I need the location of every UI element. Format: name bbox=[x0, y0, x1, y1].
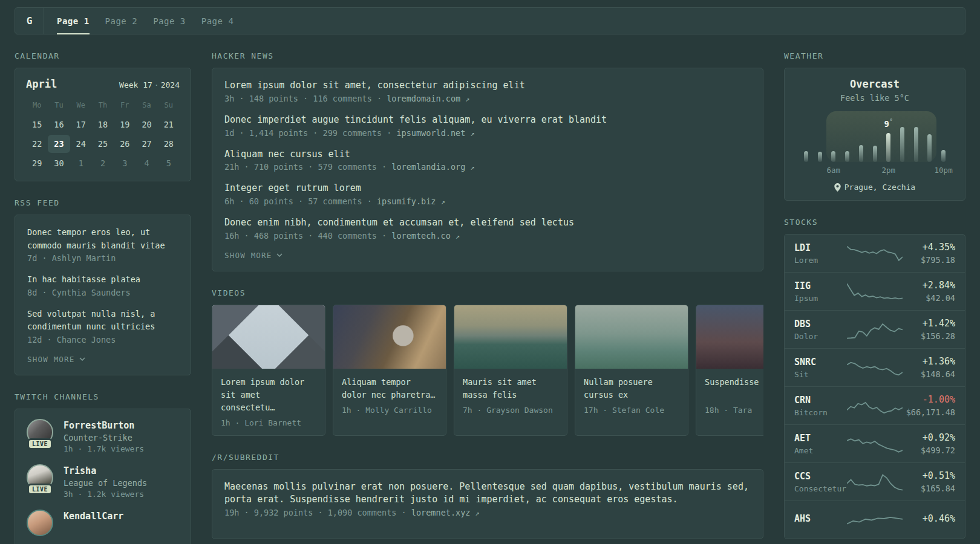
weather-widget: Overcast Feels like 5°C 9° 6am2pm10pm Pr… bbox=[784, 68, 965, 201]
stock-change: +2.84% bbox=[903, 280, 955, 291]
stock-symbol[interactable]: CRN bbox=[794, 395, 847, 406]
hn-item-title[interactable]: Lorem ipsum dolor sit amet, consectetur … bbox=[224, 79, 751, 92]
twitch-channel-game[interactable]: League of Legends bbox=[64, 478, 147, 488]
twitch-channel-info: Trisha League of Legends 3h · 1.2k viewe… bbox=[64, 464, 147, 499]
stock-row[interactable]: AHS +0.46% bbox=[785, 501, 965, 539]
rss-item-title[interactable]: In hac habitasse platea bbox=[27, 273, 178, 287]
twitch-channel-meta: 1h · 1.7k viewers bbox=[64, 444, 144, 453]
video-card[interactable]: Lorem ipsum dolor sit amet consectetu… 1… bbox=[212, 305, 325, 436]
external-link-icon: ↗ bbox=[475, 509, 480, 517]
stock-row[interactable]: DBS Dolor +1.42% $156.28 bbox=[785, 311, 965, 349]
rss-item-meta: 8d · Cynthia Saunders bbox=[27, 288, 178, 297]
weather-hourly-chart: 9° bbox=[799, 111, 950, 162]
weather-condition: Overcast bbox=[795, 78, 954, 90]
weather-feels-like: Feels like 5°C bbox=[795, 93, 954, 103]
video-card[interactable]: Nullam posuere cursus ex 17h · Stefan Co… bbox=[575, 305, 688, 436]
stock-id: CCS Consectetur bbox=[794, 471, 847, 493]
external-link-icon: ↗ bbox=[456, 232, 460, 241]
calendar-day: 24 bbox=[70, 135, 92, 153]
stock-symbol[interactable]: CCS bbox=[794, 471, 847, 482]
hn-item-domain-link[interactable]: loremdomain.com bbox=[387, 94, 460, 103]
rss-show-more-button[interactable]: SHOW MORE bbox=[27, 355, 178, 364]
stock-change: +0.46% bbox=[903, 513, 955, 524]
twitch-channel-row[interactable]: LIVE ForrestBurton Counter-Strike 1h · 1… bbox=[26, 419, 180, 453]
video-card[interactable]: Aliquam tempor dolor nec pharetra… 1h · … bbox=[333, 305, 446, 436]
stock-price: $165.84 bbox=[903, 484, 955, 493]
stock-id: IIG Ipsum bbox=[794, 280, 847, 303]
stock-symbol[interactable]: AET bbox=[794, 433, 847, 444]
stock-symbol[interactable]: LDI bbox=[794, 242, 847, 253]
stock-row[interactable]: SNRC Sit +1.36% $148.64 bbox=[785, 349, 965, 387]
hn-item-domain-link[interactable]: loremtech.co bbox=[391, 231, 451, 241]
twitch-channel-row[interactable]: LIVE Trisha League of Legends 3h · 1.2k … bbox=[26, 464, 180, 499]
video-title[interactable]: Lorem ipsum dolor sit amet consectetu… bbox=[221, 376, 316, 414]
calendar-day: 30 bbox=[48, 154, 70, 172]
rss-item-title[interactable]: Donec tempor eros leo, ut commodo mauris… bbox=[27, 226, 178, 252]
hn-item-title[interactable]: Donec imperdiet augue tincidunt felis al… bbox=[224, 114, 751, 127]
hackernews-widget: Lorem ipsum dolor sit amet, consectetur … bbox=[212, 68, 763, 271]
stock-symbol[interactable]: AHS bbox=[794, 513, 847, 524]
subreddit-domain-link[interactable]: loremnet.xyz bbox=[411, 508, 471, 517]
subreddit-post-title[interactable]: Maecenas mollis pulvinar erat non posuer… bbox=[224, 481, 751, 507]
twitch-channel-name[interactable]: Trisha bbox=[64, 465, 147, 476]
stock-row[interactable]: IIG Ipsum +2.84% $42.04 bbox=[785, 273, 965, 311]
video-body: Nullam posuere cursus ex 17h · Stefan Co… bbox=[575, 369, 688, 423]
video-body: Aliquam tempor dolor nec pharetra… 1h · … bbox=[333, 369, 446, 423]
hn-show-more-button[interactable]: SHOW MORE bbox=[224, 251, 751, 260]
weather-temp-bar bbox=[873, 146, 877, 162]
twitch-channel-game[interactable]: Counter-Strike bbox=[64, 433, 144, 442]
stock-row[interactable]: CCS Consectetur +0.51% $165.84 bbox=[785, 463, 965, 501]
video-title[interactable]: Mauris sit amet massa felis bbox=[463, 376, 558, 401]
calendar-year: 2024 bbox=[161, 80, 180, 89]
weather-temp-bar bbox=[927, 134, 932, 162]
hn-show-more-label: SHOW MORE bbox=[224, 251, 272, 260]
stock-row[interactable]: AET Amet +0.92% $499.72 bbox=[785, 425, 965, 463]
video-carousel: Lorem ipsum dolor sit amet consectetu… 1… bbox=[212, 305, 763, 436]
twitch-channel-name[interactable]: ForrestBurton bbox=[64, 420, 144, 431]
hn-item-domain-link[interactable]: ipsumify.biz bbox=[377, 196, 436, 206]
stock-sparkline bbox=[847, 242, 903, 265]
rss-item-title[interactable]: Sed volutpat nulla nisl, a condimentum n… bbox=[27, 308, 178, 334]
tab-page-2[interactable]: Page 2 bbox=[97, 8, 146, 34]
weather-time-label: 2pm bbox=[881, 166, 895, 175]
hn-item-domain-link[interactable]: ipsumworld.net bbox=[396, 128, 465, 138]
tab-page-4[interactable]: Page 4 bbox=[194, 8, 242, 34]
twitch-channel-name[interactable]: KendallCarr bbox=[64, 511, 123, 522]
video-card[interactable]: Mauris sit amet massa felis 7h · Grayson… bbox=[454, 305, 567, 436]
subreddit-post-meta: 19h · 9,932 points · 1,090 comments · lo… bbox=[224, 508, 751, 517]
external-link-icon: ↗ bbox=[470, 163, 474, 172]
calendar-dow: We bbox=[70, 99, 92, 114]
calendar-dow: Th bbox=[92, 99, 114, 114]
weather-temp-bar bbox=[886, 133, 890, 162]
app-logo[interactable]: G bbox=[15, 8, 44, 34]
hn-item-title[interactable]: Donec enim nibh, condimentum et accumsan… bbox=[224, 216, 751, 230]
video-meta: 17h · Stefan Cole bbox=[584, 406, 679, 415]
stock-symbol[interactable]: DBS bbox=[794, 319, 847, 329]
hn-item-domain-link[interactable]: loremlandia.org bbox=[391, 162, 465, 172]
stock-symbol[interactable]: IIG bbox=[794, 280, 847, 291]
calendar-day-selected: 23 bbox=[48, 135, 70, 153]
video-title[interactable]: Suspendisse diam bbox=[705, 376, 763, 401]
rss-item: In hac habitasse platea 8d · Cynthia Sau… bbox=[27, 273, 178, 297]
stock-symbol[interactable]: SNRC bbox=[794, 357, 847, 368]
stock-change: +1.36% bbox=[903, 356, 955, 367]
stock-id: SNRC Sit bbox=[794, 357, 847, 379]
weather-temp-bar bbox=[831, 151, 835, 162]
stock-id: DBS Dolor bbox=[794, 319, 847, 341]
hn-item-meta: 3h · 148 points · 116 comments · loremdo… bbox=[224, 94, 751, 103]
twitch-channel-row[interactable]: KendallCarr bbox=[26, 510, 180, 536]
tab-page-1[interactable]: Page 1 bbox=[49, 8, 97, 34]
video-title[interactable]: Nullam posuere cursus ex bbox=[584, 376, 679, 401]
stock-row[interactable]: CRN Bitcorn -1.00% $66,171.48 bbox=[785, 387, 965, 425]
hn-item-meta: 21h · 710 points · 579 comments · loreml… bbox=[224, 162, 751, 172]
calendar-day-adjacent: 5 bbox=[158, 154, 180, 172]
calendar-day: 29 bbox=[26, 154, 48, 172]
tab-page-3[interactable]: Page 3 bbox=[145, 8, 194, 34]
video-title[interactable]: Aliquam tempor dolor nec pharetra… bbox=[342, 376, 437, 401]
hn-item-title[interactable]: Aliquam nec cursus elit bbox=[224, 148, 751, 161]
weather-time-label: 10pm bbox=[935, 166, 953, 175]
video-card[interactable]: Suspendisse diam 18h · Tara bbox=[696, 305, 763, 436]
hn-item-title[interactable]: Integer eget rutrum lorem bbox=[224, 182, 751, 195]
calendar-dow: Mo bbox=[26, 99, 48, 114]
stock-row[interactable]: LDI Lorem +4.35% $795.18 bbox=[785, 235, 965, 273]
